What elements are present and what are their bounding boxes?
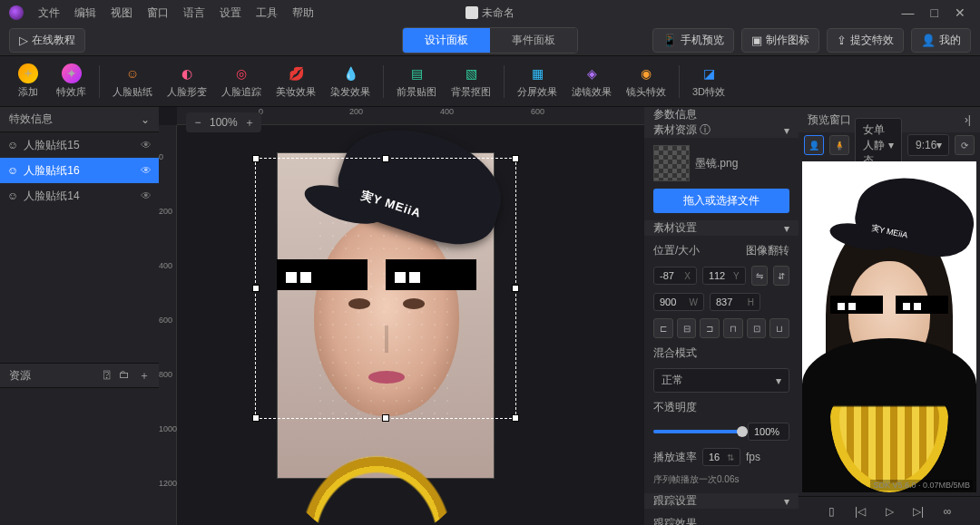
play-icon: ▷ xyxy=(19,34,28,47)
refresh-button[interactable]: ⟳ xyxy=(955,135,975,155)
zoom-out-button[interactable]: − xyxy=(190,114,206,131)
align-center-v-button[interactable]: ⊡ xyxy=(747,318,767,338)
tool-fxlib[interactable]: ✦特效库 xyxy=(51,62,92,101)
image-icon: ▣ xyxy=(751,34,762,47)
expand-icon[interactable]: ›| xyxy=(965,113,971,126)
folder-icon[interactable]: 🗀 xyxy=(119,368,130,384)
tool-hair[interactable]: 💧染发效果 xyxy=(325,62,376,101)
choose-file-button[interactable]: 拖入或选择文件 xyxy=(653,189,789,213)
phone-preview-button[interactable]: 📱手机预览 xyxy=(652,28,734,53)
tool-lens[interactable]: ◉镜头特效 xyxy=(621,62,671,101)
help-icon[interactable]: ⍰ xyxy=(103,368,110,384)
top-toolbar: ▷在线教程 设计面板 事件面板 📱手机预览 ▣制作图标 ⇪提交特效 👤我的 xyxy=(0,25,980,56)
menu-tools[interactable]: 工具 xyxy=(249,5,285,21)
asset-file-row[interactable]: 墨镜.png xyxy=(653,145,789,181)
preview-mode-body-button[interactable]: 🧍 xyxy=(829,135,849,155)
blend-mode-label: 混合模式 xyxy=(653,345,789,361)
menu-language[interactable]: 语言 xyxy=(176,5,212,21)
visibility-icon[interactable]: 👁 xyxy=(141,164,152,177)
tool-filter[interactable]: ◈滤镜效果 xyxy=(566,62,617,101)
align-bottom-button[interactable]: ⊔ xyxy=(769,318,789,338)
asset-thumbnail xyxy=(653,145,690,181)
tool-face-sticker[interactable]: ☺人脸贴纸 xyxy=(107,62,158,101)
preview-viewport: SDK V5.6.0 · 0.07MB/5MB xyxy=(802,161,976,492)
chevron-down-icon[interactable]: ⌄ xyxy=(141,113,150,126)
blend-mode-select[interactable]: 正常▾ xyxy=(653,368,789,393)
menu-window[interactable]: 窗口 xyxy=(140,5,176,21)
opacity-slider[interactable] xyxy=(653,430,742,433)
loop-button[interactable]: ∞ xyxy=(937,501,957,521)
asset-settings-header[interactable]: 素材设置▾ xyxy=(644,220,799,236)
layer-item[interactable]: ☺人脸贴纸14👁 xyxy=(0,183,159,209)
track-effect-label: 跟踪效果 xyxy=(653,516,789,525)
menu-file[interactable]: 文件 xyxy=(31,5,67,21)
tab-design[interactable]: 设计面板 xyxy=(403,28,490,53)
opacity-input[interactable]: 100% xyxy=(748,423,789,441)
menubar: 文件 编辑 视图 窗口 语言 设置 工具 帮助 未命名 — □ ✕ xyxy=(0,0,980,25)
title-text: 未命名 xyxy=(482,5,514,21)
align-top-button[interactable]: ⊓ xyxy=(723,318,743,338)
lips-icon: 💋 xyxy=(286,63,306,83)
effects-panel-title: 特效信息 xyxy=(9,112,53,127)
opacity-label: 不透明度 xyxy=(653,400,789,415)
align-buttons: ⊏ ⊟ ⊐ ⊓ ⊡ ⊔ xyxy=(653,318,789,338)
device-button[interactable]: ▯ xyxy=(821,501,841,521)
w-input[interactable]: 900W xyxy=(653,293,704,311)
h-input[interactable]: 837H xyxy=(710,293,760,311)
add-icon[interactable]: ＋ xyxy=(139,368,150,384)
chain-sticker[interactable] xyxy=(277,415,476,525)
smile-icon: ☺ xyxy=(7,139,18,151)
prev-button[interactable]: |◁ xyxy=(850,501,870,521)
phone-icon: 📱 xyxy=(662,34,677,47)
speed-label: 播放速率 xyxy=(653,450,697,465)
zoom-in-button[interactable]: ＋ xyxy=(241,114,258,131)
make-icon-button[interactable]: ▣制作图标 xyxy=(741,28,819,53)
visibility-icon[interactable]: 👁 xyxy=(141,190,152,202)
layer-name: 人脸贴纸14 xyxy=(24,189,79,204)
visibility-icon[interactable]: 👁 xyxy=(141,139,152,151)
y-input[interactable]: 112Y xyxy=(702,267,746,285)
x-input[interactable]: -87X xyxy=(653,267,697,285)
align-center-h-button[interactable]: ⊟ xyxy=(677,318,697,338)
tool-background[interactable]: ▧背景抠图 xyxy=(446,62,496,101)
smile-icon: ☺ xyxy=(7,190,18,202)
tool-3d[interactable]: ◪3D特效 xyxy=(687,62,730,101)
pos-size-label: 位置/大小 xyxy=(653,243,700,258)
asset-filename: 墨镜.png xyxy=(695,156,738,171)
tool-add[interactable]: ＋添加 xyxy=(9,62,47,101)
tab-event[interactable]: 事件面板 xyxy=(490,28,577,53)
track-settings-header[interactable]: 跟踪设置▾ xyxy=(644,493,799,509)
flip-v-button[interactable]: ⇵ xyxy=(773,266,789,286)
profile-button[interactable]: 👤我的 xyxy=(911,28,971,53)
tool-makeup[interactable]: 💋美妆效果 xyxy=(270,62,321,101)
tool-face-track[interactable]: ◎人脸追踪 xyxy=(216,62,267,101)
submit-effect-button[interactable]: ⇪提交特效 xyxy=(827,28,904,53)
menu-help[interactable]: 帮助 xyxy=(285,5,321,21)
tutorial-button[interactable]: ▷在线教程 xyxy=(9,28,85,53)
layer-item[interactable]: ☺人脸贴纸15👁 xyxy=(0,132,159,158)
layer-item-active[interactable]: ☺人脸贴纸16👁 xyxy=(0,158,159,183)
play-button[interactable]: ▷ xyxy=(879,501,899,521)
add-icon: ＋ xyxy=(18,63,38,83)
asset-source-header[interactable]: 素材资源 ⓘ▾ xyxy=(644,122,799,138)
close-button[interactable]: ✕ xyxy=(955,5,965,20)
menu-view[interactable]: 视图 xyxy=(103,5,140,21)
flip-h-button[interactable]: ⇋ xyxy=(751,266,768,286)
tool-splitscreen[interactable]: ▦分屏效果 xyxy=(512,62,563,101)
preview-ratio-select[interactable]: 9:16▾ xyxy=(907,134,949,156)
maximize-button[interactable]: □ xyxy=(931,5,938,20)
preview-mode-face-button[interactable]: 👤 xyxy=(804,135,824,155)
tool-foreground[interactable]: ▤前景贴图 xyxy=(391,62,442,101)
params-panel: 参数信息 素材资源 ⓘ▾ 墨镜.png 拖入或选择文件 素材设置▾ 位置/大小图… xyxy=(644,107,799,525)
menu-settings[interactable]: 设置 xyxy=(212,5,249,21)
next-button[interactable]: ▷| xyxy=(908,501,928,521)
glasses-sticker[interactable] xyxy=(277,259,476,290)
preview-panel: 预览窗口›| 👤 🧍 女单人静态▾ 9:16▾ ⟳ SDK V5.6.0 · 0… xyxy=(799,107,980,525)
menu-edit[interactable]: 编辑 xyxy=(67,5,103,21)
speed-input[interactable]: 16⇅ xyxy=(702,448,740,466)
align-left-button[interactable]: ⊏ xyxy=(653,318,673,338)
canvas[interactable]: 0 200 400 600 0 200 400 600 800 1000 120… xyxy=(159,107,644,525)
tool-face-morph[interactable]: ◐人脸形变 xyxy=(162,62,212,101)
align-right-button[interactable]: ⊐ xyxy=(700,318,720,338)
minimize-button[interactable]: — xyxy=(902,5,915,20)
